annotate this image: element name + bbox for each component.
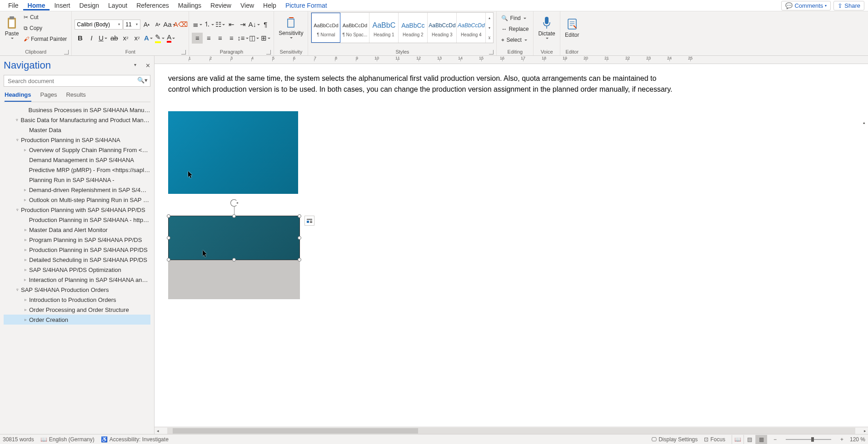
text-effects-button[interactable]: A xyxy=(143,33,154,44)
paragraph-launcher[interactable] xyxy=(266,50,271,54)
focus-mode[interactable]: ⊡Focus xyxy=(704,436,725,443)
nav-heading-item[interactable]: ▿Production Planning in SAP S/4HANA xyxy=(4,135,150,145)
italic-button[interactable]: I xyxy=(86,33,97,44)
resize-handle-e[interactable] xyxy=(298,236,301,240)
horizontal-scrollbar[interactable]: ◂ ▸ xyxy=(155,427,868,434)
view-read-button[interactable]: 📖 xyxy=(732,435,743,444)
style-heading1[interactable]: AaBbCHeading 1 xyxy=(369,13,399,43)
sensitivity-button[interactable]: Sensitivity xyxy=(277,12,305,43)
expand-icon[interactable]: ▹ xyxy=(23,197,28,202)
sort-button[interactable]: A↓ xyxy=(249,19,259,30)
expand-icon[interactable]: ▹ xyxy=(23,297,28,302)
format-painter-button[interactable]: 🖌Format Painter xyxy=(22,34,69,44)
clipboard-launcher[interactable] xyxy=(64,50,69,54)
share-button[interactable]: ⇪Share xyxy=(833,1,864,10)
paste-button[interactable]: Paste xyxy=(3,12,21,43)
select-button[interactable]: ⌖Select xyxy=(499,35,529,45)
search-icon[interactable]: 🔍▾ xyxy=(137,77,148,84)
highlight-button[interactable]: ✎ xyxy=(154,33,165,44)
nav-options-button[interactable]: ▾ xyxy=(134,62,136,69)
resize-handle-w[interactable] xyxy=(167,236,170,240)
nav-heading-item[interactable]: ▹Interaction of Planning in SAP S/4HANA … xyxy=(4,275,150,285)
nav-tab-results[interactable]: Results xyxy=(66,89,85,102)
font-launcher[interactable] xyxy=(181,50,186,54)
language-status[interactable]: 📖English (Germany) xyxy=(40,436,95,443)
show-marks-button[interactable]: ¶ xyxy=(260,19,271,30)
accessibility-status[interactable]: ♿Accessibility: Investigate xyxy=(101,436,169,443)
nav-heading-item[interactable]: ▹Outlook on Multi-step Planning Run in S… xyxy=(4,195,150,205)
nav-heading-item[interactable]: Planning Run in SAP S/4HANA - xyxy=(4,175,150,185)
expand-icon[interactable]: ▿ xyxy=(15,207,20,212)
tab-view[interactable]: View xyxy=(236,1,259,10)
tab-layout[interactable]: Layout xyxy=(104,1,132,10)
nav-heading-item[interactable]: ▹Master Data and Alert Monitor xyxy=(4,225,150,235)
copy-button[interactable]: ⧉Copy xyxy=(22,23,69,33)
zoom-out-button[interactable]: − xyxy=(773,436,777,443)
nav-heading-item[interactable]: Predictive MRP (pMRP) - From <https://sa… xyxy=(4,165,150,175)
expand-icon[interactable]: ▹ xyxy=(23,267,28,272)
styles-launcher[interactable] xyxy=(489,50,494,54)
superscript-button[interactable]: x2 xyxy=(131,33,142,44)
resize-handle-s[interactable] xyxy=(232,258,236,261)
nav-heading-item[interactable]: Demand Management in SAP S/4HANA xyxy=(4,155,150,165)
view-print-button[interactable]: ▤ xyxy=(743,435,755,444)
clear-formatting-button[interactable]: A⌫ xyxy=(175,19,186,30)
style-heading2[interactable]: AaBbCcHeading 2 xyxy=(399,13,428,43)
nav-heading-item[interactable]: ▹Introduction to Production Orders xyxy=(4,295,150,305)
nav-heading-item[interactable]: ▿Basic Data for Manufacturing and Produc… xyxy=(4,115,150,125)
expand-icon[interactable]: ▹ xyxy=(23,237,28,242)
image-block-2[interactable] xyxy=(168,216,300,299)
layout-options-button[interactable] xyxy=(304,216,314,226)
find-button[interactable]: 🔍Find xyxy=(499,13,528,23)
nav-heading-item[interactable]: ▹Program Planning in SAP S/4HANA PP/DS xyxy=(4,235,150,245)
zoom-slider[interactable] xyxy=(786,439,831,440)
multilevel-button[interactable]: ☷ xyxy=(215,19,225,30)
tab-review[interactable]: Review xyxy=(206,1,236,10)
cut-button[interactable]: ✂Cut xyxy=(22,12,69,22)
tab-help[interactable]: Help xyxy=(259,1,281,10)
styles-gallery-more[interactable]: ▴▾⊻ xyxy=(486,13,493,43)
align-left-button[interactable]: ≡ xyxy=(192,33,203,44)
scroll-left-button[interactable]: ◂ xyxy=(155,429,161,433)
tab-mailings[interactable]: Mailings xyxy=(174,1,206,10)
tab-design[interactable]: Design xyxy=(75,1,104,10)
nav-search-input[interactable] xyxy=(4,75,150,87)
rotate-handle[interactable] xyxy=(230,199,238,207)
change-case-button[interactable]: Aa xyxy=(164,19,175,30)
tab-insert[interactable]: Insert xyxy=(50,1,75,10)
expand-icon[interactable]: ▹ xyxy=(23,247,28,252)
justify-button[interactable]: ≡ xyxy=(226,33,237,44)
nav-close-button[interactable]: ✕ xyxy=(145,62,150,69)
nav-heading-item[interactable]: Business Processes in SAP S/4HANA Manufa… xyxy=(4,105,150,115)
view-web-button[interactable]: ▦ xyxy=(755,435,767,444)
borders-button[interactable]: ⊞ xyxy=(260,33,271,44)
expand-icon[interactable]: ▹ xyxy=(23,227,28,232)
bold-button[interactable]: B xyxy=(75,33,85,44)
subscript-button[interactable]: x2 xyxy=(120,33,131,44)
nav-heading-item[interactable]: ▹Overview of Supply Chain Planning From … xyxy=(4,145,150,155)
nav-heading-item[interactable]: ▿Production Planning with SAP S/4HANA PP… xyxy=(4,205,150,215)
resize-handle-n[interactable] xyxy=(232,214,236,218)
comments-button[interactable]: 💬Comments▾ xyxy=(781,1,831,10)
tab-references[interactable]: References xyxy=(132,1,174,10)
expand-icon[interactable]: ▹ xyxy=(23,277,28,282)
expand-icon[interactable]: ▿ xyxy=(15,138,20,142)
scroll-right-button[interactable]: ▸ xyxy=(862,429,868,433)
editor-button[interactable]: Editor xyxy=(563,12,581,43)
expand-icon[interactable]: ▹ xyxy=(23,187,28,192)
nav-heading-item[interactable]: ▹Order Creation xyxy=(4,315,150,325)
font-size-combo[interactable]: ▾ xyxy=(123,20,140,30)
nav-tab-pages[interactable]: Pages xyxy=(40,89,57,102)
word-count[interactable]: 30815 words xyxy=(3,436,34,443)
expand-icon[interactable]: ▹ xyxy=(23,257,28,262)
style-no-spacing[interactable]: AaBbCcDd¶ No Spac... xyxy=(340,13,369,43)
style-heading3[interactable]: AaBbCcDdHeading 3 xyxy=(428,13,457,43)
replace-button[interactable]: ↔Replace xyxy=(499,24,530,34)
nav-heading-item[interactable]: ▿SAP S/4HANA Production Orders xyxy=(4,285,150,295)
resize-handle-ne[interactable] xyxy=(298,214,301,218)
nav-heading-item[interactable]: Production Planning in SAP S/4HANA - htt… xyxy=(4,215,150,225)
zoom-level[interactable]: 120 % xyxy=(850,436,865,443)
nav-heading-item[interactable]: ▹Order Processing and Order Structure xyxy=(4,305,150,315)
nav-heading-item[interactable]: ▹Detailed Scheduling in SAP S/4HANA PP/D… xyxy=(4,255,150,265)
tab-file[interactable]: File xyxy=(4,1,23,10)
